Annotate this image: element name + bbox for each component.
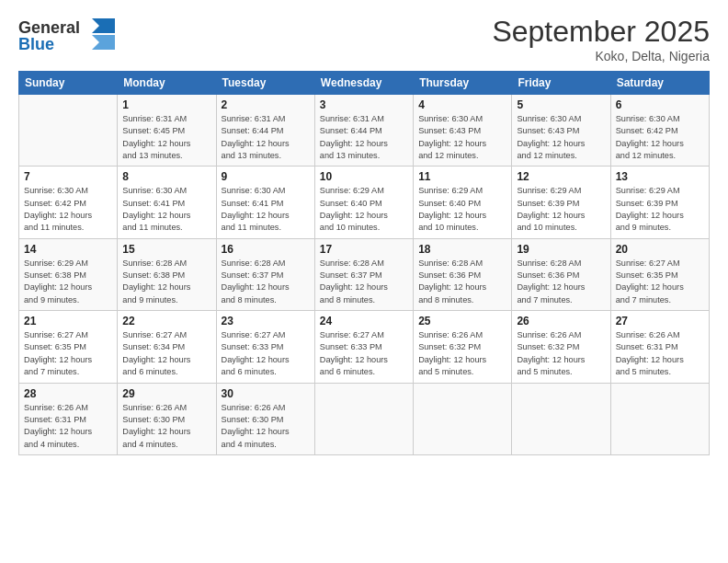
day-info: Sunrise: 6:30 AM Sunset: 6:42 PM Dayligh…: [616, 113, 704, 162]
title-block: September 2025 Koko, Delta, Nigeria: [492, 15, 710, 63]
day-cell: 23Sunrise: 6:27 AM Sunset: 6:33 PM Dayli…: [216, 311, 314, 383]
day-cell: 19Sunrise: 6:28 AM Sunset: 6:36 PM Dayli…: [512, 238, 610, 310]
day-cell: 25Sunrise: 6:26 AM Sunset: 6:32 PM Dayli…: [414, 311, 512, 383]
header-row: SundayMondayTuesdayWednesdayThursdayFrid…: [19, 72, 710, 95]
day-number: 13: [616, 170, 704, 183]
week-row-5: 28Sunrise: 6:26 AM Sunset: 6:31 PM Dayli…: [19, 383, 710, 454]
week-row-1: 1Sunrise: 6:31 AM Sunset: 6:45 PM Daylig…: [19, 95, 710, 167]
day-info: Sunrise: 6:28 AM Sunset: 6:38 PM Dayligh…: [122, 258, 210, 306]
day-cell: 5Sunrise: 6:30 AM Sunset: 6:43 PM Daylig…: [512, 95, 610, 167]
day-number: 11: [418, 170, 506, 183]
calendar-table: SundayMondayTuesdayWednesdayThursdayFrid…: [18, 71, 710, 455]
day-cell: 8Sunrise: 6:30 AM Sunset: 6:41 PM Daylig…: [118, 167, 216, 238]
day-info: Sunrise: 6:26 AM Sunset: 6:30 PM Dayligh…: [122, 402, 210, 451]
header-cell-saturday: Saturday: [610, 72, 709, 95]
day-cell: [414, 383, 512, 454]
day-cell: 3Sunrise: 6:31 AM Sunset: 6:44 PM Daylig…: [314, 95, 413, 167]
day-number: 3: [320, 98, 408, 111]
day-info: Sunrise: 6:26 AM Sunset: 6:31 PM Dayligh…: [24, 402, 112, 451]
day-number: 1: [122, 98, 210, 111]
svg-text:General: General: [18, 18, 80, 37]
day-cell: 14Sunrise: 6:29 AM Sunset: 6:38 PM Dayli…: [19, 238, 118, 310]
day-number: 14: [24, 243, 112, 256]
day-cell: 18Sunrise: 6:28 AM Sunset: 6:36 PM Dayli…: [414, 238, 512, 310]
day-number: 5: [517, 98, 605, 111]
logo-text: General Blue: [18, 15, 115, 59]
day-number: 24: [320, 315, 408, 327]
day-info: Sunrise: 6:26 AM Sunset: 6:30 PM Dayligh…: [222, 402, 310, 451]
day-cell: [610, 383, 709, 454]
day-info: Sunrise: 6:29 AM Sunset: 6:38 PM Dayligh…: [24, 258, 112, 306]
day-number: 29: [122, 387, 210, 400]
day-info: Sunrise: 6:26 AM Sunset: 6:31 PM Dayligh…: [616, 329, 704, 378]
day-cell: 30Sunrise: 6:26 AM Sunset: 6:30 PM Dayli…: [216, 383, 314, 454]
day-cell: [314, 383, 413, 454]
day-cell: 4Sunrise: 6:30 AM Sunset: 6:43 PM Daylig…: [414, 95, 512, 167]
day-cell: 17Sunrise: 6:28 AM Sunset: 6:37 PM Dayli…: [314, 238, 413, 310]
day-cell: [19, 95, 118, 167]
day-info: Sunrise: 6:27 AM Sunset: 6:34 PM Dayligh…: [122, 329, 210, 378]
location: Koko, Delta, Nigeria: [492, 49, 710, 63]
day-info: Sunrise: 6:31 AM Sunset: 6:45 PM Dayligh…: [122, 113, 210, 162]
day-info: Sunrise: 6:27 AM Sunset: 6:35 PM Dayligh…: [24, 329, 112, 378]
day-cell: 9Sunrise: 6:30 AM Sunset: 6:41 PM Daylig…: [216, 167, 314, 238]
day-number: 12: [517, 170, 605, 183]
day-info: Sunrise: 6:30 AM Sunset: 6:43 PM Dayligh…: [517, 113, 605, 162]
svg-marker-2: [92, 18, 115, 33]
calendar-body: 1Sunrise: 6:31 AM Sunset: 6:45 PM Daylig…: [19, 95, 710, 455]
day-number: 19: [517, 243, 605, 256]
day-number: 20: [616, 243, 704, 256]
svg-text:Blue: Blue: [18, 35, 54, 53]
day-cell: 1Sunrise: 6:31 AM Sunset: 6:45 PM Daylig…: [118, 95, 216, 167]
day-cell: 26Sunrise: 6:26 AM Sunset: 6:32 PM Dayli…: [512, 311, 610, 383]
day-cell: 6Sunrise: 6:30 AM Sunset: 6:42 PM Daylig…: [610, 95, 709, 167]
day-cell: 29Sunrise: 6:26 AM Sunset: 6:30 PM Dayli…: [118, 383, 216, 454]
calendar-header: SundayMondayTuesdayWednesdayThursdayFrid…: [19, 72, 710, 95]
day-cell: 15Sunrise: 6:28 AM Sunset: 6:38 PM Dayli…: [118, 238, 216, 310]
week-row-3: 14Sunrise: 6:29 AM Sunset: 6:38 PM Dayli…: [19, 238, 710, 310]
day-cell: 2Sunrise: 6:31 AM Sunset: 6:44 PM Daylig…: [216, 95, 314, 167]
day-number: 2: [222, 98, 310, 111]
day-cell: 12Sunrise: 6:29 AM Sunset: 6:39 PM Dayli…: [512, 167, 610, 238]
day-info: Sunrise: 6:26 AM Sunset: 6:32 PM Dayligh…: [418, 329, 506, 378]
day-info: Sunrise: 6:31 AM Sunset: 6:44 PM Dayligh…: [222, 113, 310, 162]
day-number: 26: [517, 315, 605, 327]
day-number: 25: [418, 315, 506, 327]
day-number: 22: [122, 315, 210, 327]
svg-marker-3: [92, 35, 115, 50]
day-info: Sunrise: 6:29 AM Sunset: 6:40 PM Dayligh…: [418, 185, 506, 234]
day-number: 10: [320, 170, 408, 183]
day-info: Sunrise: 6:28 AM Sunset: 6:37 PM Dayligh…: [320, 258, 408, 306]
day-cell: 28Sunrise: 6:26 AM Sunset: 6:31 PM Dayli…: [19, 383, 118, 454]
day-number: 17: [320, 243, 408, 256]
day-number: 8: [122, 170, 210, 183]
header-cell-sunday: Sunday: [19, 72, 118, 95]
day-info: Sunrise: 6:28 AM Sunset: 6:37 PM Dayligh…: [222, 258, 310, 306]
day-number: 15: [122, 243, 210, 256]
day-info: Sunrise: 6:27 AM Sunset: 6:33 PM Dayligh…: [320, 329, 408, 378]
header-cell-tuesday: Tuesday: [216, 72, 314, 95]
day-cell: 24Sunrise: 6:27 AM Sunset: 6:33 PM Dayli…: [314, 311, 413, 383]
day-info: Sunrise: 6:30 AM Sunset: 6:41 PM Dayligh…: [122, 185, 210, 234]
day-cell: [512, 383, 610, 454]
day-cell: 21Sunrise: 6:27 AM Sunset: 6:35 PM Dayli…: [19, 311, 118, 383]
day-number: 30: [222, 387, 310, 400]
day-cell: 10Sunrise: 6:29 AM Sunset: 6:40 PM Dayli…: [314, 167, 413, 238]
day-number: 9: [222, 170, 310, 183]
page: General Blue September 2025 Koko, Delta,…: [0, 0, 728, 563]
day-number: 7: [24, 170, 112, 183]
day-info: Sunrise: 6:28 AM Sunset: 6:36 PM Dayligh…: [517, 258, 605, 306]
day-info: Sunrise: 6:27 AM Sunset: 6:35 PM Dayligh…: [616, 258, 704, 306]
day-info: Sunrise: 6:27 AM Sunset: 6:33 PM Dayligh…: [222, 329, 310, 378]
header-cell-thursday: Thursday: [414, 72, 512, 95]
day-cell: 16Sunrise: 6:28 AM Sunset: 6:37 PM Dayli…: [216, 238, 314, 310]
day-info: Sunrise: 6:31 AM Sunset: 6:44 PM Dayligh…: [320, 113, 408, 162]
day-cell: 20Sunrise: 6:27 AM Sunset: 6:35 PM Dayli…: [610, 238, 709, 310]
day-info: Sunrise: 6:30 AM Sunset: 6:41 PM Dayligh…: [222, 185, 310, 234]
day-number: 6: [616, 98, 704, 111]
day-info: Sunrise: 6:29 AM Sunset: 6:39 PM Dayligh…: [616, 185, 704, 234]
header-cell-monday: Monday: [118, 72, 216, 95]
day-number: 21: [24, 315, 112, 327]
day-number: 23: [222, 315, 310, 327]
day-number: 16: [222, 243, 310, 256]
